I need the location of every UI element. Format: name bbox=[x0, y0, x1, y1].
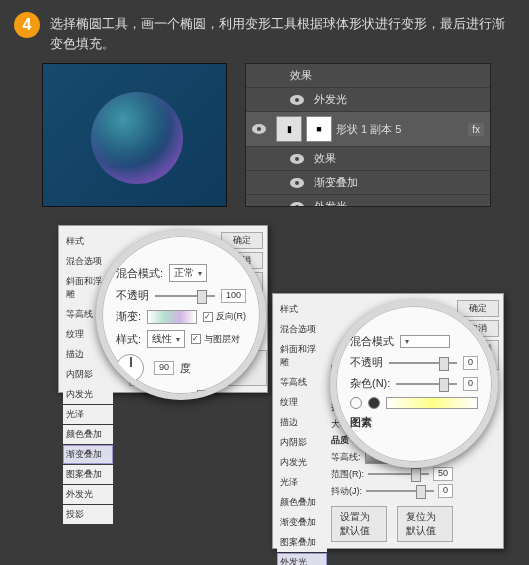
style-sidebar-item[interactable]: 颜色叠加 bbox=[63, 425, 113, 444]
visibility-icon[interactable] bbox=[290, 178, 304, 188]
layer-effect-row[interactable]: 效果 bbox=[246, 64, 490, 88]
mode-label: 混合模式 bbox=[350, 334, 394, 349]
gradient-picker[interactable] bbox=[147, 310, 196, 324]
jitter-input[interactable]: 0 bbox=[438, 484, 453, 498]
noise-slider[interactable] bbox=[396, 383, 457, 385]
visibility-icon[interactable] bbox=[290, 95, 304, 105]
effect-label: 效果 bbox=[290, 68, 312, 83]
outer-glow-label: 外发光 bbox=[314, 199, 347, 207]
layer-gradoverlay-row[interactable]: 渐变叠加 bbox=[246, 171, 490, 195]
noise-label: 杂色(N): bbox=[350, 376, 390, 391]
effect-label: 效果 bbox=[314, 151, 336, 166]
style-sidebar-item[interactable]: 斜面和浮雕 bbox=[277, 340, 327, 372]
style-sidebar-item[interactable]: 渐变叠加 bbox=[277, 513, 327, 532]
mode-label: 混合模式: bbox=[116, 266, 163, 281]
layer-thumb: ▮ bbox=[276, 116, 302, 142]
orb-shape bbox=[91, 92, 183, 184]
style-sidebar-item[interactable]: 颜色叠加 bbox=[277, 493, 327, 512]
visibility-icon[interactable] bbox=[290, 202, 304, 208]
range-input[interactable]: 50 bbox=[433, 467, 453, 481]
magnifier-outer-glow: 混合模式 不透明 0 杂色(N): 0 图素 bbox=[330, 300, 498, 468]
mode-select[interactable]: 正常 bbox=[169, 264, 207, 282]
style-sidebar-item[interactable]: 内发光 bbox=[277, 453, 327, 472]
gradient-radio[interactable] bbox=[368, 397, 380, 409]
magnifier-gradient-overlay: 混合模式: 正常 不透明 100 渐变: 反向(R) 样式: 线性 与图层对 9… bbox=[96, 230, 266, 400]
degree-label: 度 bbox=[180, 361, 191, 376]
align-checkbox[interactable]: 与图层对 bbox=[191, 333, 240, 346]
opacity-label: 不透明 bbox=[116, 288, 149, 303]
style-sidebar-item[interactable]: 混合选项 bbox=[63, 252, 113, 271]
range-label: 范围(R): bbox=[331, 468, 364, 481]
instruction-text: 选择椭圆工具，画一个椭圆，利用变形工具根据球体形状进行变形，最后进行渐变色填充。 bbox=[50, 12, 515, 53]
style-sidebar-item[interactable]: 内阴影 bbox=[277, 433, 327, 452]
layer-outerglow-row[interactable]: 外发光 bbox=[246, 195, 490, 207]
outer-glow-label: 外发光 bbox=[314, 92, 347, 107]
style-sidebar-item[interactable]: 外发光 bbox=[277, 553, 327, 565]
style-sidebar-item[interactable]: 混合选项 bbox=[277, 320, 327, 339]
angle-input[interactable]: 90 bbox=[154, 361, 174, 375]
opacity-input[interactable]: 0 bbox=[463, 356, 478, 370]
dialog2-sidebar: 样式混合选项斜面和浮雕等高线纹理描边内阴影内发光光泽颜色叠加渐变叠加图案叠加外发… bbox=[277, 300, 327, 542]
gradient-label: 渐变: bbox=[116, 309, 141, 324]
set-default-button[interactable]: 设置为默认值 bbox=[331, 506, 387, 542]
noise-input[interactable]: 0 bbox=[463, 377, 478, 391]
opacity-slider[interactable] bbox=[155, 295, 215, 297]
style-sidebar-item[interactable]: 内发光 bbox=[63, 385, 113, 404]
reset-default-button[interactable]: 复位为默认值 bbox=[397, 506, 453, 542]
style-sidebar-item[interactable]: 样式 bbox=[63, 232, 113, 251]
layer-effect-row[interactable]: 效果 bbox=[246, 147, 490, 171]
mask-thumb: ■ bbox=[306, 116, 332, 142]
style-sidebar-item[interactable]: 光泽 bbox=[277, 473, 327, 492]
color-radio[interactable] bbox=[350, 397, 362, 409]
style-label: 样式: bbox=[116, 332, 141, 347]
glow-gradient-picker[interactable] bbox=[386, 397, 478, 409]
step-number-badge: 4 bbox=[14, 12, 40, 38]
layer-shape-row[interactable]: ▮ ■ 形状 1 副本 5 fx bbox=[246, 112, 490, 147]
opacity-input[interactable]: 100 bbox=[221, 289, 246, 303]
style-sidebar-item[interactable]: 样式 bbox=[277, 300, 327, 319]
style-select[interactable]: 线性 bbox=[147, 330, 185, 348]
style-sidebar-item[interactable]: 图案叠加 bbox=[63, 465, 113, 484]
style-sidebar-item[interactable]: 图案叠加 bbox=[277, 533, 327, 552]
style-sidebar-item[interactable]: 等高线 bbox=[277, 373, 327, 392]
range-slider[interactable] bbox=[368, 473, 429, 475]
style-sidebar-item[interactable]: 外发光 bbox=[63, 485, 113, 504]
layers-panel: 效果 外发光 ▮ ■ 形状 1 副本 5 fx 效果 渐变叠加 外发光 bbox=[245, 63, 491, 207]
style-sidebar-item[interactable]: 光泽 bbox=[63, 405, 113, 424]
opacity-slider[interactable] bbox=[389, 362, 457, 364]
opacity-label: 不透明 bbox=[350, 355, 383, 370]
style-sidebar-item[interactable]: 纹理 bbox=[277, 393, 327, 412]
contour-label: 等高线: bbox=[331, 451, 361, 464]
style-sidebar-item[interactable]: 投影 bbox=[63, 505, 113, 524]
style-sidebar-item[interactable]: 描边 bbox=[277, 413, 327, 432]
preview-canvas bbox=[42, 63, 227, 207]
visibility-icon[interactable] bbox=[252, 124, 266, 134]
fx-badge[interactable]: fx bbox=[468, 123, 484, 136]
grad-overlay-label: 渐变叠加 bbox=[314, 175, 358, 190]
style-sidebar-item[interactable]: 渐变叠加 bbox=[63, 445, 113, 464]
section-elements: 图素 bbox=[350, 415, 372, 430]
mode-select[interactable] bbox=[400, 335, 450, 348]
visibility-icon[interactable] bbox=[290, 154, 304, 164]
dialog-button[interactable]: 确定 bbox=[457, 300, 499, 317]
reverse-checkbox[interactable]: 反向(R) bbox=[203, 310, 247, 323]
style-sidebar-item[interactable]: 内阴影 bbox=[63, 365, 113, 384]
layer-outerglow-row[interactable]: 外发光 bbox=[246, 88, 490, 112]
jitter-slider[interactable] bbox=[366, 490, 434, 492]
jitter-label: 抖动(J): bbox=[331, 485, 362, 498]
shape-label: 形状 1 副本 5 bbox=[336, 122, 401, 137]
